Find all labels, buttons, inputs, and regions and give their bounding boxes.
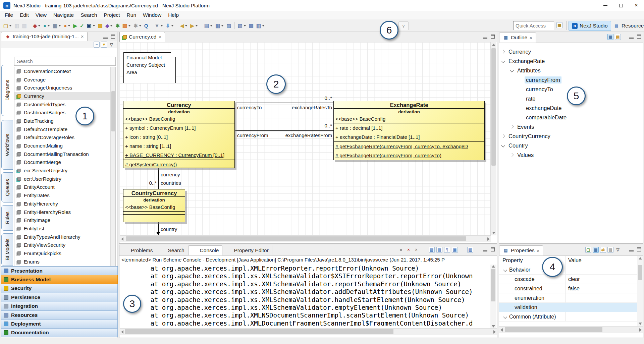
console-area-tab[interactable]: Console: [188, 245, 223, 255]
console-output[interactable]: at org.apache.xerces.impl.XMLErrorReport…: [120, 265, 491, 326]
chevron-icon[interactable]: [501, 50, 505, 53]
properties-toolbar-icon[interactable]: ▦: [593, 247, 599, 253]
toolbar-overflow-chevron[interactable]: ∨: [398, 21, 409, 30]
scroll-down-icon[interactable]: [639, 323, 642, 325]
tree-item[interactable]: Events: [499, 122, 643, 131]
class-box-countrycurrency[interactable]: CountryCurrency derivation <<base>> Base…: [123, 189, 185, 222]
navigator-scrollbar[interactable]: [110, 67, 115, 266]
minimize-view-icon[interactable]: [483, 38, 487, 39]
console-toolbar-icon[interactable]: ×: [413, 247, 419, 253]
dropdown-arrow-icon[interactable]: [262, 25, 265, 26]
side-tab[interactable]: Diagrams: [1, 65, 13, 116]
console-vertical-scrollbar[interactable]: [490, 265, 496, 328]
tree-item[interactable]: Currency: [499, 47, 643, 56]
editor-vertical-scrollbar[interactable]: [490, 42, 496, 235]
property-row[interactable]: cascade clear: [499, 275, 637, 284]
chevron-down-icon[interactable]: [503, 268, 507, 272]
toolbar-icon[interactable]: ✱: [132, 21, 143, 30]
console-toolbar-icon[interactable]: [421, 247, 427, 253]
chevron-down-icon[interactable]: [503, 315, 507, 319]
minimize-button[interactable]: [598, 0, 613, 11]
sidebar-section[interactable]: Resources: [1, 311, 118, 320]
class-attribute[interactable]: + exchangeDate : FinancialDate [1..1]: [334, 132, 484, 141]
scrollbar-thumb[interactable]: [505, 327, 602, 332]
minimize-view-icon[interactable]: [103, 38, 108, 39]
toolbar-icon[interactable]: ⇩: [164, 21, 175, 30]
property-value[interactable]: false: [566, 286, 580, 292]
list-item[interactable]: EntityDates: [14, 191, 115, 199]
diagram-canvas[interactable]: Financial Model Currency Subject Area 0.…: [120, 42, 491, 235]
restore-button[interactable]: [613, 0, 629, 11]
tree-item[interactable]: exchangeDate: [499, 103, 643, 113]
search-input[interactable]: [14, 57, 116, 66]
toolbar-icon[interactable]: ◆: [104, 21, 114, 30]
console-toolbar-icon[interactable]: ▤: [436, 247, 442, 253]
menu-item[interactable]: File: [1, 11, 16, 19]
perspective-nexj-studio[interactable]: n NexJ Studio: [569, 21, 611, 31]
close-icon[interactable]: ×: [529, 35, 532, 41]
toolbar-icon[interactable]: ▩: [248, 21, 255, 30]
properties-tab[interactable]: ▤ Properties ×: [499, 245, 543, 255]
dropdown-arrow-icon[interactable]: [185, 25, 187, 26]
scroll-down-icon[interactable]: [492, 232, 495, 234]
scroll-down-icon[interactable]: [492, 325, 495, 328]
outline-tab[interactable]: ▦ Outline ×: [499, 33, 536, 43]
class-attribute[interactable]: + symbol : CurrencyEnum [1..1]: [123, 123, 234, 132]
side-tab[interactable]: Workflows: [1, 120, 13, 170]
console-toolbar-icon[interactable]: ×: [406, 247, 412, 253]
sidebar-section[interactable]: Persistence: [1, 293, 118, 302]
navigator-toolbar-icon[interactable]: ▼: [101, 42, 107, 48]
toolbar-icon[interactable]: ●: [42, 21, 51, 30]
scroll-right-icon[interactable]: [487, 237, 490, 241]
dropdown-arrow-icon[interactable]: [38, 25, 41, 26]
list-item[interactable]: EnumQuickpicks: [14, 249, 115, 257]
toolbar-icon[interactable]: ▢: [2, 21, 13, 30]
association-line-exchangeratesfrom[interactable]: [235, 130, 333, 131]
list-item[interactable]: ecr:ServiceRegistry: [14, 166, 115, 175]
menu-item[interactable]: Search: [77, 11, 100, 19]
scrollbar-thumb[interactable]: [125, 329, 393, 334]
maximize-view-icon[interactable]: [111, 35, 115, 39]
list-item[interactable]: CoverageUniqueness: [14, 83, 115, 92]
toolbar-icon[interactable]: ✓: [78, 21, 86, 30]
diagram-note[interactable]: Financial Model Currency Subject Area: [123, 52, 176, 83]
properties-toolbar-icon[interactable]: ⇄: [600, 247, 606, 253]
side-tab[interactable]: Queues: [1, 172, 13, 203]
tree-item[interactable]: comparableDate: [499, 113, 643, 122]
close-icon[interactable]: ×: [537, 248, 540, 253]
scrollbar-thumb[interactable]: [111, 91, 115, 131]
dropdown-arrow-icon[interactable]: [47, 25, 50, 26]
menu-item[interactable]: View: [32, 11, 50, 19]
navigator-tab[interactable]: ◆ training-103-jade (training-1... ×: [1, 32, 88, 41]
list-item[interactable]: DefaultActTemplate: [14, 125, 115, 133]
list-item[interactable]: Enums: [14, 257, 115, 266]
toolbar-icon[interactable]: ▦: [214, 21, 225, 30]
toolbar-icon[interactable]: ▶: [72, 21, 78, 30]
chevron-icon[interactable]: [510, 153, 514, 157]
sidebar-section[interactable]: Security: [1, 284, 118, 293]
dropdown-arrow-icon[interactable]: [58, 25, 61, 26]
list-item[interactable]: DocumentMailing: [14, 141, 115, 150]
menu-item[interactable]: Project: [100, 11, 123, 19]
tree-item[interactable]: Attributes: [499, 66, 643, 75]
class-attribute[interactable]: + BASE_CURRENCY : CurrencyEnum [0..1]: [123, 151, 234, 160]
console-area-tab[interactable]: Problems: [119, 245, 156, 255]
toolbar-icon[interactable]: Q: [143, 21, 150, 30]
toolbar-icon[interactable]: ✱: [114, 21, 121, 30]
console-toolbar-icon[interactable]: ▣: [452, 247, 458, 253]
list-item[interactable]: EntityImage: [14, 216, 115, 224]
console-area-tab[interactable]: Property Editor: [222, 245, 272, 255]
properties-vertical-scrollbar[interactable]: [637, 256, 643, 326]
class-attribute[interactable]: + icon : string [0..1]: [123, 132, 234, 141]
scroll-up-icon[interactable]: [492, 44, 495, 46]
console-horizontal-scrollbar[interactable]: [120, 328, 497, 335]
chevron-icon[interactable]: [501, 59, 505, 63]
menu-item[interactable]: Edit: [16, 11, 32, 19]
dropdown-arrow-icon[interactable]: [244, 25, 246, 26]
tree-item[interactable]: CountryCurrency: [499, 131, 643, 141]
toolbar-icon[interactable]: ▧: [121, 21, 132, 30]
chevron-icon[interactable]: [501, 144, 505, 147]
dropdown-arrow-icon[interactable]: [221, 25, 224, 26]
maximize-view-icon[interactable]: [491, 35, 495, 39]
toolbar-icon[interactable]: [177, 22, 177, 29]
